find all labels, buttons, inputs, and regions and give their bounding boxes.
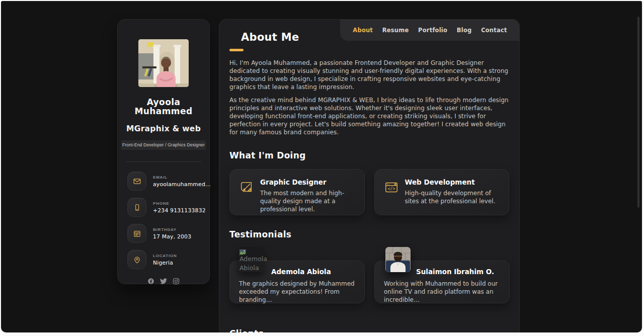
profile-sidebar: Ayoola Muhammed MGraphix & web Front-End… [117,19,210,284]
nav-item-contact[interactable]: Contact [481,27,507,34]
envelope-icon [127,172,146,191]
section-title-clients: Clients [229,328,519,332]
service-description: The most modern and high-quality design … [260,189,357,213]
testimonial-quote: Working with Muhammed to build our onlin… [384,280,503,304]
facebook-icon[interactable] [147,277,154,284]
svg-text:</>: </> [387,186,395,191]
nav-item-about[interactable]: About [353,27,373,34]
service-title: Web Development [405,178,502,186]
about-paragraph-1: Hi, I'm Ayoola Muhammed, a passionate Fr… [229,59,509,91]
services-row: Graphic Designer The most modern and hig… [229,169,509,215]
profile-photo-illustration [138,39,189,87]
section-title-testimonials: Testimonials [229,229,519,239]
nav-item-portfolio[interactable]: Portfolio [418,27,447,34]
calendar-icon [127,224,146,243]
contact-row-email: EMAIL ayoolamuhammed… [127,172,209,191]
broken-image-alt-text: Ademola Abiola [239,255,277,273]
service-description: High-quality development of sites at the… [405,189,502,205]
smartphone-icon [127,198,146,217]
contact-row-birthday: BIRTHDAY 17 May, 2003 [127,224,209,243]
contact-row-location: LOCATION Nigeria [127,250,209,269]
testimonial-name: Ademola Abiola [271,268,331,276]
contact-label: EMAIL [153,175,211,180]
twitter-icon[interactable] [160,277,167,284]
service-title: Graphic Designer [260,178,357,186]
profile-name: Ayoola Muhammed [118,98,209,116]
nav-item-resume[interactable]: Resume [382,27,409,34]
contact-value-email: ayoolamuhammed… [153,181,211,188]
contact-row-phone: PHONE +234 9131133832 [127,198,209,217]
scrollbar-thumb[interactable] [637,17,639,208]
main-panel: About Resume Portfolio Blog Contact Abou… [219,19,520,332]
social-links [118,277,209,284]
testimonial-avatar-photo [385,247,411,272]
top-navigation: About Resume Portfolio Blog Contact [340,19,520,41]
title-accent-underline [229,49,244,51]
testimonial-avatar-illustration [385,247,411,272]
profile-brand: MGraphix & web [118,125,209,133]
code-window-icon: </> [384,180,399,195]
sidebar-divider [126,161,201,162]
design-tools-icon [239,180,254,195]
contact-list: EMAIL ayoolamuhammed… PHONE +234 9131133… [118,172,209,269]
contact-label: LOCATION [153,254,177,258]
contact-value-birthday: 17 May, 2003 [153,233,191,240]
location-pin-icon [127,250,146,269]
contact-value-location: Nigeria [153,260,177,266]
about-paragraph-2: As the creative mind behind MGRAPHIX & W… [229,96,509,136]
testimonial-name: Sulaimon Ibrahim O. [416,268,494,276]
instagram-icon[interactable] [173,277,180,284]
testimonial-quote: The graphics designed by Muhammed exceed… [239,280,358,304]
testimonials-row: Ademola Abiola The graphics designed by … [229,247,509,303]
section-title-what-im-doing: What I'm Doing [229,150,519,160]
contact-label: BIRTHDAY [153,227,191,232]
profile-photo [138,39,189,87]
service-card-web-development: </> Web Development High-quality develop… [374,169,510,215]
portfolio-page: Ayoola Muhammed MGraphix & web Front-End… [1,1,642,332]
role-badge: Front-End Developer / Graphics Designer [121,140,206,150]
nav-item-blog[interactable]: Blog [457,27,472,34]
testimonial-avatar-broken: Ademola Abiola [238,247,264,272]
contact-value-phone: +234 9131133832 [153,207,206,214]
service-card-graphic-designer: Graphic Designer The most modern and hig… [229,169,365,215]
contact-label: PHONE [153,201,206,206]
